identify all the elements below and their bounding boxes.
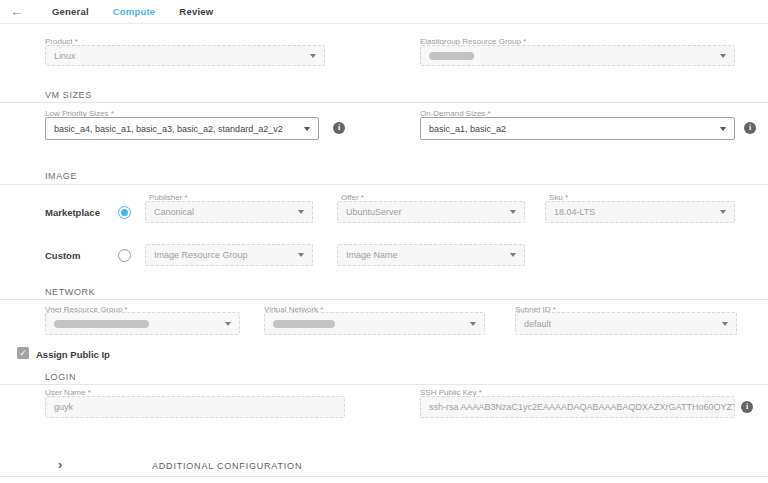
marketplace-radio[interactable] bbox=[118, 206, 131, 219]
elastigroup-rg-select bbox=[420, 45, 735, 66]
back-arrow-icon[interactable]: ← bbox=[10, 4, 28, 19]
redacted-value bbox=[273, 320, 335, 328]
ssh-key-input: ssh-rsa AAAAB3NzaC1yc2EAAAADAQABAAABAQDX… bbox=[420, 396, 735, 418]
rule-bottom bbox=[0, 476, 768, 477]
redacted-value bbox=[54, 320, 149, 328]
user-name-value: guyk bbox=[54, 402, 73, 412]
network-header: NETWORK bbox=[45, 287, 95, 297]
on-demand-select[interactable]: basic_a1, basic_a2 bbox=[420, 117, 735, 140]
image-header: IMAGE bbox=[45, 171, 77, 181]
product-value: Linux bbox=[54, 51, 76, 61]
chevron-down-icon bbox=[304, 127, 310, 131]
sku-select: 18.04-LTS bbox=[545, 201, 735, 223]
image-name-placeholder: Image Name bbox=[346, 250, 398, 260]
ssh-key-info-icon[interactable]: i bbox=[741, 401, 753, 413]
chevron-down-icon bbox=[470, 322, 476, 326]
publisher-select: Canonical bbox=[145, 201, 313, 223]
assign-public-ip-checkbox[interactable]: ✓ bbox=[17, 347, 29, 359]
tab-review[interactable]: Review bbox=[179, 6, 213, 17]
chevron-down-icon bbox=[298, 253, 304, 257]
chevron-down-icon bbox=[510, 253, 516, 257]
custom-label: Custom bbox=[45, 250, 80, 261]
additional-config-chevron-icon[interactable]: › bbox=[58, 458, 62, 471]
chevron-down-icon bbox=[225, 322, 231, 326]
wizard-tab-bar: ← General Compute Review bbox=[0, 0, 768, 24]
product-select: Linux bbox=[45, 45, 325, 66]
chevron-down-icon bbox=[510, 210, 516, 214]
chevron-down-icon bbox=[298, 210, 304, 214]
subnet-id-select: default bbox=[515, 312, 737, 335]
image-rg-placeholder: Image Resource Group bbox=[154, 250, 248, 260]
image-rg-select: Image Resource Group bbox=[145, 244, 313, 266]
publisher-value: Canonical bbox=[154, 207, 194, 217]
chevron-down-icon bbox=[720, 127, 726, 131]
offer-select: UbuntuServer bbox=[337, 201, 525, 223]
user-name-input: guyk bbox=[45, 396, 345, 418]
offer-value: UbuntuServer bbox=[346, 207, 402, 217]
sku-value: 18.04-LTS bbox=[554, 207, 595, 217]
on-demand-info-icon[interactable]: i bbox=[744, 122, 756, 134]
image-name-select: Image Name bbox=[337, 244, 525, 266]
custom-radio[interactable] bbox=[118, 249, 131, 262]
vnet-rg-select bbox=[45, 312, 240, 335]
chevron-down-icon bbox=[720, 210, 726, 214]
virtual-network-select bbox=[264, 312, 485, 335]
on-demand-value: basic_a1, basic_a2 bbox=[429, 124, 506, 134]
rule-login bbox=[0, 384, 768, 385]
rule-image bbox=[0, 184, 768, 185]
low-priority-info-icon[interactable]: i bbox=[333, 122, 345, 134]
rule-vm-sizes bbox=[0, 102, 768, 103]
tab-compute[interactable]: Compute bbox=[113, 6, 156, 17]
rule-network bbox=[0, 299, 768, 300]
assign-public-ip-label: Assign Public Ip bbox=[36, 349, 110, 360]
chevron-down-icon bbox=[722, 322, 728, 326]
subnet-id-value: default bbox=[524, 319, 551, 329]
vm-sizes-header: VM SIZES bbox=[45, 90, 92, 100]
low-priority-value: basic_a4, basic_a1, basic_a3, basic_a2, … bbox=[54, 124, 283, 134]
low-priority-select[interactable]: basic_a4, basic_a1, basic_a3, basic_a2, … bbox=[45, 117, 319, 140]
chevron-down-icon bbox=[310, 54, 316, 58]
additional-config-label[interactable]: ADDITIONAL CONFIGURATION bbox=[152, 461, 302, 471]
chevron-down-icon bbox=[720, 54, 726, 58]
redacted-value bbox=[429, 52, 474, 60]
ssh-key-value: ssh-rsa AAAAB3NzaC1yc2EAAAADAQABAAABAQDX… bbox=[429, 402, 735, 412]
marketplace-label: Marketplace bbox=[45, 207, 100, 218]
compute-step-screen: ← General Compute Review Product * Linux… bbox=[0, 0, 768, 483]
tab-general[interactable]: General bbox=[52, 6, 89, 17]
login-header: LOGIN bbox=[45, 372, 76, 382]
